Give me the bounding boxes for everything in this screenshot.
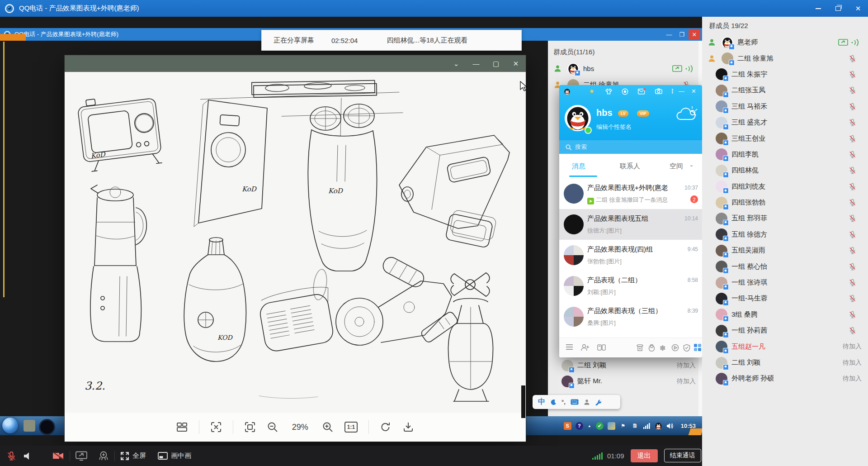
- outer-minimize-button[interactable]: [808, 0, 828, 17]
- member-row[interactable]: 五组 邢羽菲: [702, 210, 868, 226]
- member-row[interactable]: 五组赵一凡 待加入: [702, 338, 868, 354]
- member-row[interactable]: 二组 刘颖 待加入: [548, 357, 702, 373]
- message-list-item[interactable]: 产品效果图表现五组 10:14 徐德方:[图片]: [559, 209, 702, 240]
- member-row[interactable]: 四组张勃勃: [702, 195, 868, 210]
- message-list-item[interactable]: 产品效果图表现+外聘(扈老 10:37 ➤二组 徐童旭撤回了一条消息 2: [559, 178, 702, 209]
- exit-button[interactable]: 退出: [631, 449, 658, 462]
- rotate-button[interactable]: [380, 421, 392, 433]
- ocr-extract-button[interactable]: [210, 421, 222, 433]
- tray-shield-icon[interactable]: ✔: [596, 422, 604, 430]
- qq-doll-icon[interactable]: [648, 344, 656, 352]
- camera-muted-button[interactable]: [52, 452, 64, 460]
- mail-icon[interactable]: [638, 88, 646, 95]
- end-call-button[interactable]: 结束通话: [664, 449, 701, 462]
- member-row[interactable]: 扈老师: [702, 34, 868, 50]
- share-screen-button[interactable]: [75, 451, 87, 461]
- message-list-item[interactable]: 产品效果图表现(四)组 9:45 张勃勃:[图片]: [559, 240, 702, 271]
- member-row[interactable]: 外聘老师 孙硕 待加入: [702, 371, 868, 386]
- dress-up-icon[interactable]: [605, 88, 612, 95]
- chevron-down-icon[interactable]: ⌄: [689, 162, 693, 168]
- ime-punct-icon[interactable]: °,: [561, 399, 566, 405]
- qq-close-button[interactable]: ✕: [691, 88, 696, 94]
- member-row[interactable]: 一组 张诗琪: [702, 275, 868, 290]
- demo-whiteboard-button[interactable]: [98, 451, 109, 461]
- tab-messages[interactable]: 消息: [572, 162, 585, 171]
- member-row[interactable]: hbs: [548, 61, 702, 76]
- member-row[interactable]: 四组刘统友: [702, 179, 868, 195]
- tray-network-icon[interactable]: [643, 423, 651, 429]
- taskbar-app-icon[interactable]: [24, 420, 35, 432]
- member-row[interactable]: 三组 马裕禾: [702, 99, 868, 114]
- member-row[interactable]: 三组 盛兆才: [702, 114, 868, 130]
- show-desktop-wedge[interactable]: [689, 428, 702, 435]
- ime-lang-icon[interactable]: 中: [538, 397, 545, 407]
- tray-power-icon[interactable]: 🖺: [631, 422, 639, 430]
- zoom-out-button[interactable]: [267, 421, 278, 433]
- member-row[interactable]: 懿轩 Mr. 待加入: [548, 373, 702, 389]
- speaker-button[interactable]: [24, 452, 33, 460]
- fit-screen-button[interactable]: [244, 421, 256, 433]
- inner-minimize-button[interactable]: —: [663, 29, 675, 40]
- member-row[interactable]: 四组李凯: [702, 147, 868, 162]
- tab-contacts[interactable]: 联系人: [620, 162, 640, 171]
- message-list-item[interactable]: 产品表现（二组） 8:58 刘颖:[图片]: [559, 271, 702, 301]
- menu-icon[interactable]: [566, 344, 573, 350]
- ime-moon-icon[interactable]: [550, 399, 557, 405]
- qq-minimize-button[interactable]: —: [679, 88, 684, 94]
- viewer-maximize-button[interactable]: ▢: [486, 55, 506, 72]
- signature-edit[interactable]: 编辑个性签名: [596, 123, 632, 131]
- inner-restore-button[interactable]: ❐: [676, 29, 688, 40]
- member-row[interactable]: 四组林侃: [702, 162, 868, 178]
- tray-expand-icon[interactable]: ▴: [587, 422, 592, 430]
- download-button[interactable]: [402, 421, 414, 433]
- ime-keyboard-icon[interactable]: [571, 399, 579, 405]
- tab-qzone[interactable]: 空间: [670, 162, 683, 171]
- outer-close-button[interactable]: ✕: [848, 0, 868, 17]
- vip-badge[interactable]: VIP: [637, 110, 649, 117]
- member-row[interactable]: 一组 蔡心怡: [702, 258, 868, 274]
- tray-help-icon[interactable]: ?: [576, 422, 583, 430]
- more-menu-icon[interactable]: ⋮: [670, 88, 675, 94]
- tray-volume-icon[interactable]: [666, 423, 674, 429]
- start-button[interactable]: [2, 418, 18, 433]
- ime-wrench-icon[interactable]: [595, 399, 601, 405]
- actual-size-button[interactable]: 1:1: [344, 422, 358, 433]
- video-play-icon[interactable]: [671, 344, 679, 352]
- level-badge[interactable]: LV: [618, 110, 628, 117]
- member-row[interactable]: 三组王创业: [702, 130, 868, 146]
- add-contact-icon[interactable]: [581, 344, 590, 351]
- member-row[interactable]: 五组 徐德方: [702, 227, 868, 243]
- mic-muted-button[interactable]: [6, 451, 16, 461]
- tray-s-icon[interactable]: S: [564, 422, 571, 430]
- security-shield-icon[interactable]: [683, 344, 690, 352]
- member-row[interactable]: 五组吴淑雨: [702, 243, 868, 258]
- app-grid-icon[interactable]: [694, 344, 701, 351]
- compass-icon[interactable]: [622, 88, 628, 95]
- tray-qq-icon[interactable]: [655, 422, 662, 430]
- zoom-in-button[interactable]: [322, 421, 334, 433]
- pip-button[interactable]: 画中画: [158, 452, 191, 460]
- member-row[interactable]: 3组 桑腾: [702, 307, 868, 323]
- ime-user-icon[interactable]: [584, 399, 590, 405]
- viewer-close-button[interactable]: ✕: [506, 55, 526, 72]
- member-row[interactable]: 二组 朱振宇: [702, 67, 868, 82]
- viewer-scrollbar-nub[interactable]: [521, 385, 525, 418]
- member-row[interactable]: 一组 孙莉茜: [702, 323, 868, 338]
- outer-restore-button[interactable]: [828, 0, 848, 17]
- camera-icon[interactable]: [655, 88, 662, 94]
- message-list-item[interactable]: 产品效果图表现（三组） 8:39 桑腾:[图片]: [559, 301, 702, 332]
- tray-color-icon[interactable]: [608, 422, 615, 430]
- tray-flag-icon[interactable]: ⚑: [619, 422, 627, 430]
- inner-close-button[interactable]: ✕: [689, 29, 700, 40]
- layout-grid-button[interactable]: [176, 421, 188, 433]
- taskbar-camera-app-icon[interactable]: [39, 419, 55, 435]
- member-row[interactable]: 一组-马生蓉: [702, 290, 868, 306]
- qq-box-icon[interactable]: [636, 344, 644, 352]
- search-bar[interactable]: 搜索: [559, 140, 702, 154]
- member-row[interactable]: 二组 徐童旭: [702, 50, 868, 66]
- viewer-collapse-button[interactable]: ⌄: [446, 55, 466, 72]
- favorite-star-icon[interactable]: ★: [589, 88, 594, 94]
- game-flower-icon[interactable]: ✽: [660, 344, 665, 352]
- member-row[interactable]: 二组 刘颖 待加入: [702, 355, 868, 371]
- user-nickname[interactable]: hbs: [596, 108, 613, 118]
